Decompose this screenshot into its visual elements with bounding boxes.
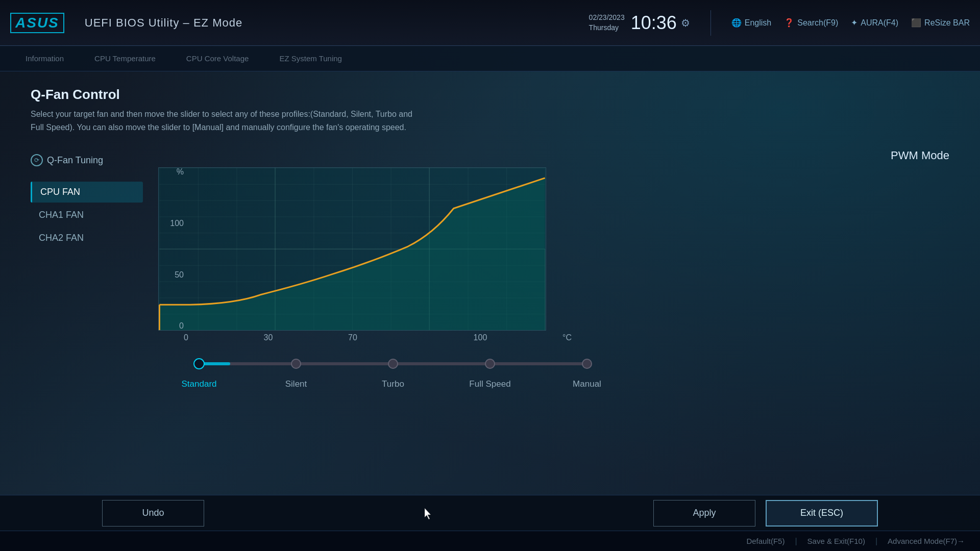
nav-search[interactable]: ❓ Search(F9) [784, 18, 838, 28]
resize-icon: ⬛ [911, 18, 921, 28]
asus-logo: ASUS [10, 13, 64, 33]
fan-item-cha2[interactable]: CHA2 FAN [31, 228, 143, 248]
tab-cpu-temp[interactable]: CPU Temperature [79, 46, 171, 71]
y-tick-0: 0 [163, 321, 184, 331]
undo-button[interactable]: Undo [102, 500, 204, 527]
chart-y-axis: % 100 50 0 [163, 167, 184, 331]
footer-div-2: | [875, 537, 877, 546]
nav-resizebar[interactable]: ⬛ ReSize BAR [911, 18, 970, 28]
cursor-icon [423, 507, 435, 519]
y-tick-50: 50 [163, 270, 184, 280]
footer-bar: Default(F5) | Save & Exit(F10) | Advance… [0, 531, 980, 551]
footer-default[interactable]: Default(F5) [746, 537, 785, 545]
chart-area: PWM Mode % 100 50 0 [143, 149, 949, 394]
x-tick-30: 30 [264, 333, 273, 342]
slider-knob-turbo[interactable] [388, 359, 398, 369]
page-description: Select your target fan and then move the… [31, 108, 592, 134]
action-right-buttons: Apply Exit (ESC) [653, 500, 878, 527]
action-buttons: Undo [102, 500, 204, 527]
aura-icon: ✦ [851, 18, 857, 28]
y-label-pct: % [163, 167, 184, 177]
tab-cpu-voltage[interactable]: CPU Core Voltage [171, 46, 264, 71]
header-divider [710, 10, 711, 36]
slider-knob-silent[interactable] [291, 359, 301, 369]
svg-marker-6 [425, 508, 431, 519]
slider-knob-standard[interactable] [193, 358, 205, 369]
tab-information[interactable]: Information [10, 46, 79, 71]
main-content: Q-Fan Control Select your target fan and… [0, 71, 980, 510]
footer-save-exit[interactable]: Save & Exit(F10) [807, 537, 865, 545]
slider-labels: Standard Silent Turbo Full Speed Manual [199, 379, 587, 394]
fan-sidebar: ⟳ Q-Fan Tuning CPU FAN CHA1 FAN CHA2 FAN [31, 149, 143, 394]
slider-label-standard: Standard [182, 379, 217, 389]
action-spacer [204, 506, 653, 521]
slider-knob-manual[interactable] [582, 359, 592, 369]
header-nav: 🌐 English ❓ Search(F9) ✦ AURA(F4) ⬛ ReSi… [731, 18, 970, 28]
q-fan-tuning-header: ⟳ Q-Fan Tuning [31, 154, 143, 171]
x-tick-100: 100 [474, 333, 487, 342]
chart-container: % 100 50 0 [158, 167, 577, 341]
y-tick-100: 100 [163, 219, 184, 228]
page-title: Q-Fan Control [31, 87, 949, 103]
tabs-row: Information CPU Temperature CPU Core Vol… [0, 46, 980, 71]
slider-label-silent: Silent [285, 379, 307, 389]
slider-label-manual: Manual [573, 379, 601, 389]
tab-ez-tuning[interactable]: EZ System Tuning [264, 46, 357, 71]
clock-settings-icon[interactable]: ⚙ [681, 17, 690, 29]
q-fan-icon: ⟳ [31, 154, 43, 166]
fan-item-cha1[interactable]: CHA1 FAN [31, 205, 143, 226]
apply-button[interactable]: Apply [653, 500, 755, 527]
nav-english[interactable]: 🌐 English [731, 18, 771, 28]
footer-div-1: | [795, 537, 797, 546]
chart-x-axis: 0 30 70 100 °C [184, 331, 572, 342]
action-bar: Undo Apply Exit (ESC) [0, 495, 980, 531]
cursor-area [421, 506, 436, 521]
x-tick-0: 0 [184, 333, 188, 342]
header-right: 02/23/2023 Thursday 10:36 ⚙ 🌐 English ❓ … [589, 10, 970, 36]
slider-label-turbo: Turbo [382, 379, 404, 389]
x-unit: °C [562, 333, 572, 342]
header-date: 02/23/2023 Thursday [589, 13, 625, 33]
app-title: UEFI BIOS Utility – EZ Mode [85, 16, 242, 30]
globe-icon: 🌐 [731, 18, 742, 28]
footer-advanced[interactable]: Advanced Mode(F7)→ [888, 537, 965, 545]
x-tick-70: 70 [348, 333, 357, 342]
fan-list: CPU FAN CHA1 FAN CHA2 FAN [31, 182, 143, 248]
header-clock: 10:36 ⚙ [631, 12, 690, 34]
nav-aura[interactable]: ✦ AURA(F4) [851, 18, 898, 28]
slider-section: Standard Silent Turbo Full Speed Manual [199, 356, 587, 394]
q-fan-section: ⟳ Q-Fan Tuning CPU FAN CHA1 FAN CHA2 FAN… [31, 149, 949, 394]
fan-curve-chart [158, 167, 546, 331]
exit-button[interactable]: Exit (ESC) [766, 500, 878, 527]
question-icon: ❓ [784, 18, 794, 28]
slider-knob-fullspeed[interactable] [485, 359, 495, 369]
slider-label-fullspeed: Full Speed [469, 379, 510, 389]
header-bar: ASUS UEFI BIOS Utility – EZ Mode 02/23/2… [0, 0, 980, 46]
pwm-mode-label: PWM Mode [158, 149, 949, 162]
fan-item-cpu[interactable]: CPU FAN [31, 182, 143, 203]
